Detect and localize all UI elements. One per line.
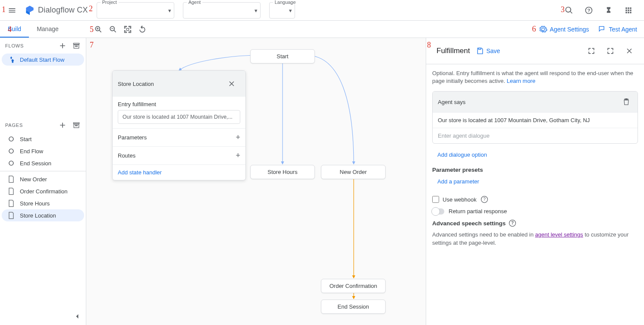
annotation-2: 2 [89,4,93,13]
add-a-parameter-link[interactable]: Add a parameter [437,178,479,185]
gear-icon [539,25,547,34]
page-icon [7,199,16,208]
plus-icon [58,41,67,50]
return-partial-response-toggle[interactable] [432,208,444,215]
flow-icon [7,55,16,64]
page-label: Store Location [20,212,56,219]
close-panel-button[interactable] [621,42,638,60]
pages-header-label: PAGES [5,123,23,128]
hourglass-icon [604,6,613,15]
trash-icon [622,98,631,106]
zoom-in-button[interactable] [91,22,105,36]
project-dropdown[interactable]: Project ▾ [97,2,174,19]
agent-says-value[interactable]: Our store is located at 1007 Mountain Dr… [433,112,638,128]
flow-label: Default Start Flow [20,57,64,63]
chevron-down-icon: ▾ [168,7,171,13]
language-label: Language [273,0,298,5]
agent-says-title: Agent says [438,99,465,105]
add-flow-button[interactable] [57,40,69,52]
collapse-icon [606,47,615,55]
apps-button[interactable] [620,2,637,19]
test-agent-button[interactable]: Test Agent [598,25,637,34]
pages-more-button[interactable] [70,119,82,131]
annotation-8: 8 [427,41,431,50]
zoom-out-button[interactable] [106,22,120,36]
sidebar-page-store-hours[interactable]: Store Hours [2,197,84,209]
page-icon [7,211,16,220]
page-icon [7,187,16,196]
collapse-sidebar-button[interactable] [69,308,86,325]
page-label: Start [20,136,31,142]
expand-panel-button[interactable] [583,42,600,60]
chevron-down-icon: ▾ [254,7,258,13]
help-button[interactable] [580,2,597,19]
add-parameter-button[interactable]: + [236,133,240,142]
node-end-session[interactable]: End Session [321,300,386,314]
node-panel-store-location: Store Location Entry fulfillment Our sto… [112,70,246,180]
save-label: Save [486,47,500,54]
agent-dialogue-input[interactable] [438,133,632,139]
parameters-title: Parameters [118,134,147,141]
flow-canvas[interactable]: 7 Start Store Location [86,38,426,325]
sidebar-page-start[interactable]: Start [2,133,84,145]
circle-icon [7,147,16,155]
use-webhook-checkbox[interactable] [432,196,439,203]
help-icon[interactable]: ? [480,195,489,204]
sidebar-flow-default-start[interactable]: Default Start Flow [2,54,84,66]
sidebar-page-order-confirmation[interactable]: Order Confirmation [2,185,84,197]
node-order-confirmation[interactable]: Order Confirmation [321,279,386,293]
chevron-down-icon: ▾ [289,7,292,13]
sidebar-page-store-location[interactable]: Store Location [2,209,84,221]
sidebar-page-new-order[interactable]: New Order [2,173,84,185]
return-partial-response-label: Return partial response [449,208,507,215]
flows-section-header: FLOWS [0,38,86,54]
node-store-hours[interactable]: Store Hours [250,165,315,179]
entry-fulfillment-preview[interactable]: Our store is located at 1007 Mountain Dr… [118,110,240,124]
help-icon[interactable]: ? [508,219,517,227]
use-webhook-label: Use webhook [443,196,477,203]
sidebar-page-end-session[interactable]: End Session [2,157,84,169]
node-start[interactable]: Start [250,49,315,63]
collapse-panel-button[interactable] [602,42,619,60]
help-icon [584,6,593,15]
fit-screen-button[interactable] [121,22,135,36]
account-button[interactable] [600,2,617,19]
svg-text:?: ? [483,197,486,202]
reset-rotation-button[interactable] [135,22,149,36]
sidebar-page-end-flow[interactable]: End Flow [2,145,84,157]
parameter-presets-title: Parameter presets [432,167,638,173]
tab-manage[interactable]: Manage [29,21,66,38]
dialogflow-logo-icon [24,5,35,16]
close-node-panel-button[interactable] [223,75,240,92]
svg-point-1 [9,149,13,153]
flows-more-button[interactable] [70,40,82,52]
node-new-order[interactable]: New Order [321,165,386,179]
page-label: End Flow [20,148,43,155]
add-state-handler-link[interactable]: Add state handler [118,169,162,176]
learn-more-link[interactable]: Learn more [507,78,535,84]
language-dropdown[interactable]: Language ▾ [269,2,295,19]
tab-build[interactable]: Build [0,21,29,38]
fit-screen-icon [123,25,132,34]
agent-dropdown[interactable]: Agent ▾ [183,2,261,19]
chat-icon [598,25,606,34]
svg-point-2 [9,161,13,165]
add-route-button[interactable]: + [236,151,240,160]
archive-icon [72,121,81,129]
product-name: Dialogflow CX [38,6,88,15]
product-logo: Dialogflow CX [24,5,88,16]
svg-text:?: ? [511,221,514,226]
save-button[interactable]: Save [476,47,500,55]
search-button[interactable] [560,2,578,19]
add-dialogue-option-link[interactable]: Add dialogue option [437,151,487,158]
search-icon [565,6,573,15]
main-menu-button[interactable] [3,2,21,19]
page-label: New Order [20,176,47,183]
circle-icon [7,135,16,143]
delete-response-button[interactable] [620,96,632,108]
add-page-button[interactable] [57,119,69,131]
agent-level-settings-link[interactable]: agent level settings [535,231,583,238]
agent-settings-button[interactable]: Agent Settings [539,25,589,34]
archive-icon [72,41,81,50]
plus-icon [58,121,67,129]
